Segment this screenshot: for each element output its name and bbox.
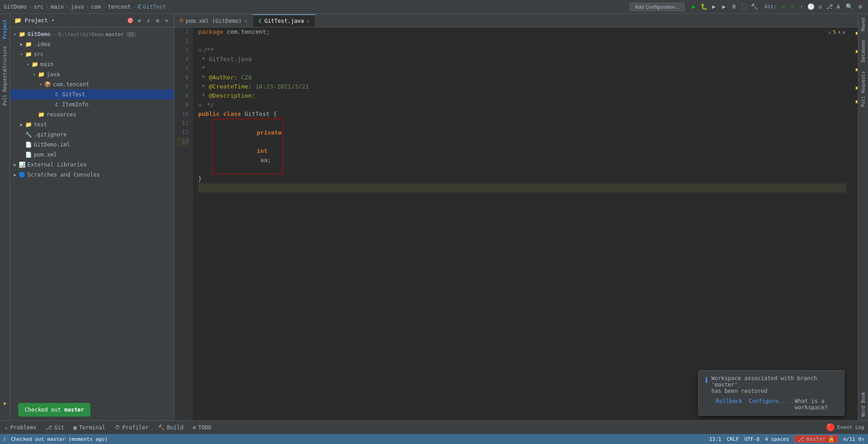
editor-warning-indicator[interactable]: ⚠ 5 ∧ ∨ [828,29,845,35]
breadcrumb-project[interactable]: GitDemo [4,4,27,10]
java-arrow-icon: ▾ [31,71,37,78]
close-panel-icon[interactable]: ✕ [163,17,170,24]
tree-scratches[interactable]: ▶ 🔵 Scratches and Consoles [10,170,174,180]
git-tab[interactable]: ⎇ Git [41,421,69,434]
tree-pom-file[interactable]: ▶ 📄 pom.xml [10,150,174,160]
terminal-tab[interactable]: ▣ Terminal [69,421,110,434]
java-label: java [47,71,60,78]
highlighted-code-box: private int aa; [212,119,283,174]
code-line-2 [198,37,846,46]
build-icon[interactable]: 🔨 [750,3,758,11]
maven-panel-button[interactable]: Maven [859,14,867,35]
breadcrumb-main[interactable]: main [51,4,64,10]
folder-icon: 📁 [14,16,22,25]
root-arrow-icon: ▾ [12,31,18,37]
git-history-icon[interactable]: 🕐 [807,3,815,11]
warning-chevron-up-icon[interactable]: ∧ [838,30,841,35]
gitignore-label: .gitignore [34,131,67,138]
status-branch[interactable]: ⎇ master 🔒 [794,435,837,443]
configure-link[interactable]: Configure... [749,398,789,411]
tree-idea-folder[interactable]: ▶ 📁 .idea [10,39,174,49]
git-branches-icon[interactable]: ⎇ [825,3,833,11]
rollback-link[interactable]: Rollback [716,398,742,411]
status-encoding[interactable]: UTF-8 [744,436,759,442]
tree-external-libs[interactable]: ▶ 📊 External Libraries [10,160,174,170]
status-indent[interactable]: 4 spaces [765,436,789,442]
sort-icon[interactable]: ↕ [145,17,152,24]
pom-tab-close[interactable]: ✕ [244,18,247,23]
git-update-icon[interactable]: ✓ [779,3,788,11]
main-folder-icon: 📁 [31,61,38,68]
notif-header: ℹ Workspace associated with branch 'mast… [705,375,837,394]
breadcrumb-file[interactable]: GitTest [143,4,166,10]
tree-iteminfo-file[interactable]: ▶ C ItemInfo [10,99,174,110]
jetbrains-logo-icon: 🔴 [826,423,835,432]
todo-tab[interactable]: ≡ TODO [188,421,216,434]
file-tree: ▾ 📁 GitDemo – D:\test\GitDemo master 11 … [10,27,174,420]
tree-gitignore-file[interactable]: ▶ 🔧 .gitignore [10,130,174,140]
coverage-icon[interactable]: ▶ [710,3,718,11]
ext-arrow-icon: ▶ [12,162,18,168]
word-book-panel-button[interactable]: Word Book [859,388,867,420]
tab-gittest-java[interactable]: C GitTest.java ✕ [253,14,315,27]
git-push-icon[interactable]: ↑ [798,3,806,11]
code-line-4: * GitTest.java [198,55,846,64]
tree-root[interactable]: ▾ 📁 GitDemo – D:\test\GitDemo master 11 [10,29,174,39]
warning-chevron-down-icon[interactable]: ∨ [842,30,845,35]
build-tab[interactable]: 🔨 Build [153,421,188,434]
pull-requests-tool-button[interactable]: Pull Requests [1,74,9,101]
breadcrumb-com[interactable]: com [91,4,101,10]
run-icon[interactable]: ▶ [690,3,698,11]
editor-area: M pom.xml (GitDemo) ✕ C GitTest.java ✕ 1… [174,14,858,420]
breadcrumb-java[interactable]: java [71,4,84,10]
debug-icon[interactable]: 🐛 [700,3,708,11]
tree-gittest-file[interactable]: ▶ C GitTest [10,89,174,99]
editor-content: 1 2 3 4 5 6 7 8 9 10 11 12 13 package co… [174,27,858,420]
gittest-tab-close[interactable]: ✕ [307,19,310,24]
structure-tool-button[interactable]: Structure [1,45,9,72]
code-line-10: public class GitTest { [198,110,846,119]
todo-label: TODO [198,424,211,431]
add-configuration-button[interactable]: Add Configuration... [630,3,684,11]
problems-tab[interactable]: ⚠ Problems [0,421,41,434]
stop-icon[interactable]: ⬛ [740,3,748,11]
tree-test-folder[interactable]: ▶ 📁 test [10,120,174,130]
git-rollback-icon[interactable]: ↺ [816,3,824,11]
src-folder-icon: 📁 [25,51,32,58]
tree-com-tencent-folder[interactable]: ▾ 📦 com.tencent [10,79,174,89]
breadcrumb-src[interactable]: src [34,4,44,10]
tree-src-folder[interactable]: ▾ 📁 src [10,49,174,59]
right-sidebar: Maven Database Pull Requests Word Book [858,14,868,420]
profiler-tab[interactable]: ⏱ Profiler [110,421,153,434]
tree-main-folder[interactable]: ▾ 📁 main [10,59,174,69]
event-log-label[interactable]: Event Log [837,424,864,430]
tab-pom-xml[interactable]: M pom.xml (GitDemo) ✕ [174,14,253,27]
favorites-tool-button[interactable]: ★ [1,389,9,417]
pull-requests-panel-button[interactable]: Pull Requests [859,68,867,110]
database-panel-button[interactable]: Database [859,37,867,66]
search-everywhere-icon[interactable]: 🔍 [845,3,853,11]
pause-icon[interactable]: ⏸ [730,3,738,11]
settings-icon[interactable]: ⚙ [856,3,864,11]
git-stash-icon[interactable]: A [834,3,842,11]
collapse-all-icon[interactable]: ≡ [136,17,143,24]
settings-panel-icon[interactable]: ⚙ [154,17,161,24]
tree-resources-folder[interactable]: ▶ 📁 resources [10,110,174,120]
panel-dropdown-icon[interactable]: ▾ [52,17,55,23]
profile-icon[interactable]: ▶ [720,3,728,11]
status-warnings[interactable]: ⊘/11 0↑ [843,436,864,442]
locate-file-icon[interactable]: 🎯 [126,17,134,24]
what-is-workspace-link[interactable]: What is a workspace? [795,398,838,411]
git-commit-icon[interactable]: ✓ [789,3,797,11]
status-line-ending[interactable]: CRLF [727,436,739,442]
status-position[interactable]: 13:1 [709,436,721,442]
scroll-gutter [852,27,858,420]
breadcrumb-tencent[interactable]: tencent [108,4,131,10]
tree-iml-file[interactable]: ▶ 📄 GitDemo.iml [10,140,174,150]
checkout-toast-branch: master [64,407,84,413]
project-tool-button[interactable]: Project [1,16,9,43]
tree-java-folder[interactable]: ▾ 📁 java [10,69,174,79]
code-editor[interactable]: package com.tencent; ⊟ /** * GitTest.jav… [193,27,852,420]
branch-lock-icon: 🔒 [828,436,835,442]
project-panel: 📁 Project ▾ 🎯 ≡ ↕ ⚙ ✕ ▾ 📁 GitDemo – D:\t… [10,14,174,420]
